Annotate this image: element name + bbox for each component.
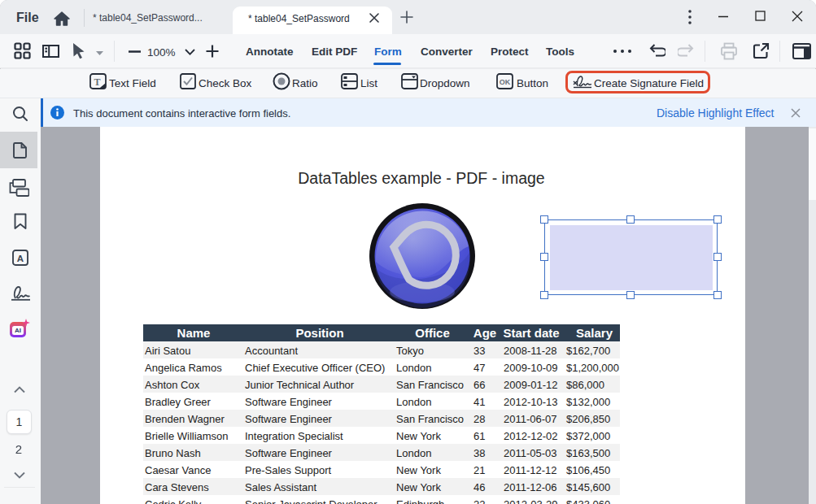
svg-text:T: T [94,76,100,88]
svg-text:OK: OK [500,78,511,86]
svg-text:A: A [17,254,24,263]
